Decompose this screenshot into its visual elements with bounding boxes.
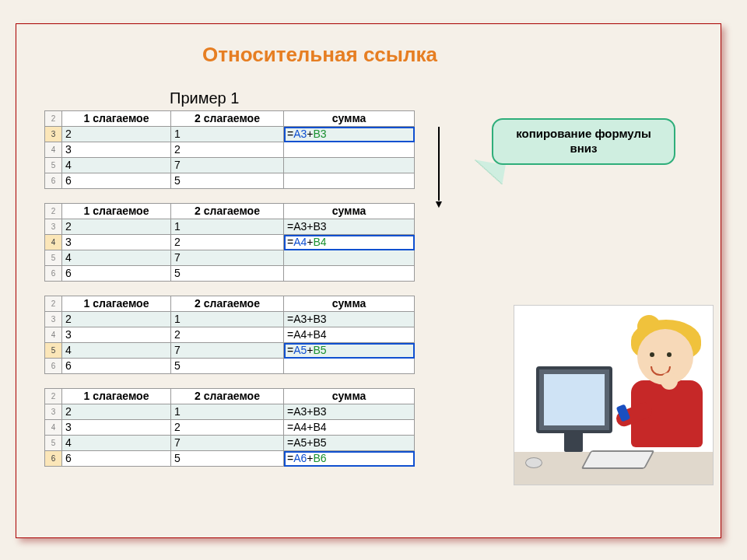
- cell-addend1: 2: [62, 312, 171, 327]
- cell-addend2: 5: [171, 266, 284, 282]
- cell-addend2: 1: [171, 404, 284, 420]
- row-number: 4: [45, 420, 62, 436]
- spreadsheet-snapshot: 21 слагаемое2 слагаемоесумма321=A3+B3432…: [44, 110, 415, 189]
- cell-addend2: 2: [171, 142, 284, 158]
- spreadsheet-snapshot: 21 слагаемое2 слагаемоесумма321=A3+B3432…: [44, 296, 415, 374]
- row-number: 6: [45, 451, 62, 467]
- cell-addend2: 1: [171, 219, 284, 235]
- cell-addend1: 6: [62, 173, 171, 189]
- spreadsheet-snapshot: 21 слагаемое2 слагаемоесумма321=A3+B3432…: [44, 388, 415, 467]
- slide-subtitle: Пример 1: [170, 89, 239, 107]
- cell-addend1: 4: [62, 436, 171, 451]
- copy-callout-text: копирование формулы вниз: [516, 127, 651, 156]
- column-header: 2 слагаемое: [171, 296, 284, 312]
- column-header: сумма: [284, 389, 415, 404]
- cell-addend1: 6: [62, 359, 171, 374]
- column-header: 1 слагаемое: [62, 389, 171, 404]
- cell-sum-formula: [284, 158, 415, 173]
- column-header: сумма: [284, 111, 415, 127]
- row-number: 4: [45, 235, 62, 250]
- cell-addend1: 2: [62, 127, 171, 142]
- row-number: 5: [45, 343, 62, 359]
- cell-sum-formula: [284, 359, 415, 374]
- cell-sum-formula: =A6+B6: [284, 451, 415, 467]
- copy-callout: копирование формулы вниз: [492, 118, 675, 165]
- arrow-down: [438, 127, 440, 201]
- cell-sum-formula: =A5+B5: [284, 343, 415, 359]
- cell-addend1: 2: [62, 404, 171, 420]
- column-header: 2 слагаемое: [171, 111, 284, 127]
- cell-addend1: 3: [62, 420, 171, 436]
- cell-addend2: 1: [171, 127, 284, 142]
- cell-addend2: 5: [171, 173, 284, 189]
- cell-sum-formula: =A4+B4: [284, 235, 415, 250]
- row-number: 5: [45, 250, 62, 266]
- cell-addend2: 2: [171, 235, 284, 250]
- boy-computer-illustration: [514, 305, 714, 485]
- cell-sum-formula: =A3+B3: [284, 312, 415, 327]
- cell-addend1: 4: [62, 158, 171, 173]
- row-number: 6: [45, 173, 62, 189]
- cell-sum-formula: [284, 173, 415, 189]
- cell-addend1: 2: [62, 219, 171, 235]
- row-number: 4: [45, 142, 62, 158]
- cell-addend2: 5: [171, 451, 284, 467]
- column-header: 2 слагаемое: [171, 204, 284, 219]
- cell-sum-formula: =A5+B5: [284, 436, 415, 451]
- column-header: сумма: [284, 204, 415, 219]
- row-number: 5: [45, 158, 62, 173]
- row-number: 5: [45, 436, 62, 451]
- row-number: 2: [45, 204, 62, 219]
- cell-addend1: 4: [62, 250, 171, 266]
- cell-addend1: 3: [62, 235, 171, 250]
- row-number: 3: [45, 404, 62, 420]
- cell-sum-formula: =A3+B3: [284, 127, 415, 142]
- row-number: 6: [45, 266, 62, 282]
- row-number: 4: [45, 327, 62, 343]
- column-header: сумма: [284, 296, 415, 312]
- cell-addend2: 2: [171, 420, 284, 436]
- row-number: 2: [45, 389, 62, 404]
- row-number: 6: [45, 359, 62, 374]
- cell-addend1: 6: [62, 451, 171, 467]
- row-number: 2: [45, 296, 62, 312]
- column-header: 1 слагаемое: [62, 204, 171, 219]
- cell-addend2: 7: [171, 250, 284, 266]
- cell-sum-formula: [284, 250, 415, 266]
- cell-addend2: 7: [171, 343, 284, 359]
- spreadsheet-snapshot: 21 слагаемое2 слагаемоесумма321=A3+B3432…: [44, 203, 415, 282]
- cell-addend1: 4: [62, 343, 171, 359]
- cell-addend2: 7: [171, 158, 284, 173]
- row-number: 3: [45, 312, 62, 327]
- column-header: 1 слагаемое: [62, 111, 171, 127]
- row-number: 3: [45, 127, 62, 142]
- cell-sum-formula: [284, 266, 415, 282]
- cell-sum-formula: [284, 142, 415, 158]
- column-header: 1 слагаемое: [62, 296, 171, 312]
- cell-addend1: 3: [62, 327, 171, 343]
- cell-addend1: 3: [62, 142, 171, 158]
- cell-addend2: 2: [171, 327, 284, 343]
- row-number: 2: [45, 111, 62, 127]
- cell-sum-formula: =A4+B4: [284, 327, 415, 343]
- cell-sum-formula: =A3+B3: [284, 219, 415, 235]
- column-header: 2 слагаемое: [171, 389, 284, 404]
- cell-addend2: 5: [171, 359, 284, 374]
- slide-title: Относительная ссылка: [202, 43, 437, 67]
- cell-addend2: 1: [171, 312, 284, 327]
- arrow-down-head: ▼: [433, 198, 444, 210]
- cell-addend1: 6: [62, 266, 171, 282]
- cell-sum-formula: =A4+B4: [284, 420, 415, 436]
- tables-container: 21 слагаемое2 слагаемоесумма321=A3+B3432…: [44, 110, 414, 481]
- cell-addend2: 7: [171, 436, 284, 451]
- row-number: 3: [45, 219, 62, 235]
- cell-sum-formula: =A3+B3: [284, 404, 415, 420]
